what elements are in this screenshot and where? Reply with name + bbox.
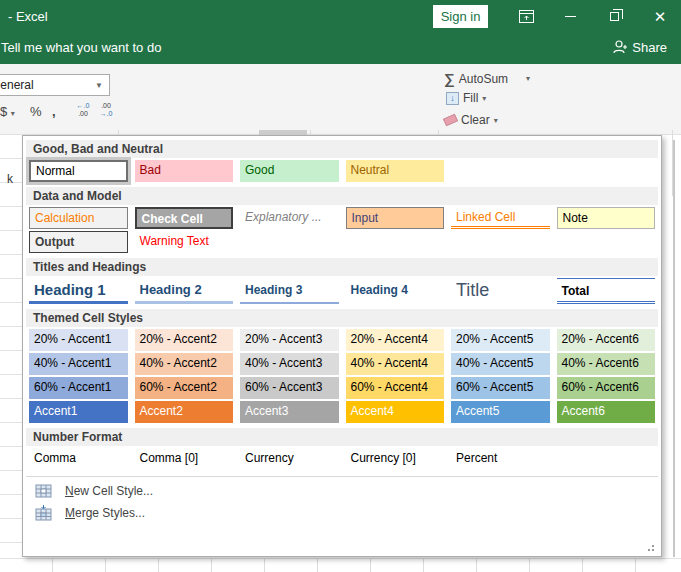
- autosum-button[interactable]: ∑ AutoSum ▾: [444, 70, 530, 87]
- cell-style-check-cell[interactable]: Check Cell: [135, 207, 234, 229]
- worksheet-cell-text: k: [7, 172, 13, 186]
- cell-style-60-accent3[interactable]: 60% - Accent3: [240, 377, 339, 399]
- style-row: OutputWarning Text: [25, 231, 659, 253]
- new-cell-style-icon: [34, 484, 52, 499]
- tell-me-bar: Tell me what you want to do Share: [0, 32, 681, 64]
- resize-grip[interactable]: [652, 549, 654, 551]
- cell-style-40-accent2[interactable]: 40% - Accent2: [135, 353, 234, 375]
- restore-button[interactable]: [596, 0, 632, 32]
- merge-styles-icon: [34, 506, 52, 521]
- cell-style-calculation[interactable]: Calculation: [29, 207, 128, 229]
- menu-section-header-number-format: Number Format: [26, 428, 658, 446]
- style-row: Heading 1Heading 2Heading 3Heading 4Titl…: [25, 278, 659, 304]
- tell-me-prompt[interactable]: Tell me what you want to do: [1, 40, 161, 55]
- cell-style-comma-0[interactable]: Comma [0]: [135, 448, 234, 470]
- cell-style-accent6[interactable]: Accent6: [557, 401, 656, 423]
- chevron-down-icon: ▾: [11, 109, 15, 118]
- cell-style-accent2[interactable]: Accent2: [135, 401, 234, 423]
- cell-style-bad[interactable]: Bad: [135, 160, 234, 182]
- chevron-down-icon: ▼: [95, 81, 103, 90]
- window-title: - Excel: [8, 9, 48, 24]
- cell-style-title[interactable]: Title: [451, 278, 550, 304]
- accounting-format-button[interactable]: $ ▾: [0, 104, 15, 119]
- cell-style-accent1[interactable]: Accent1: [29, 401, 128, 423]
- cell-style-accent5[interactable]: Accent5: [451, 401, 550, 423]
- chevron-down-icon: ▾: [482, 94, 486, 103]
- ribbon-display-options-icon: [519, 10, 534, 23]
- share-button[interactable]: Share: [612, 39, 667, 55]
- menu-item-label: Merge Styles...: [65, 506, 145, 520]
- menu-divider: [26, 476, 658, 477]
- cell-style-heading-2[interactable]: Heading 2: [135, 278, 234, 304]
- cell-style-accent4[interactable]: Accent4: [346, 401, 445, 423]
- cell-style-40-accent1[interactable]: 40% - Accent1: [29, 353, 128, 375]
- style-row: 40% - Accent140% - Accent240% - Accent34…: [25, 353, 659, 375]
- cell-style-60-accent4[interactable]: 60% - Accent4: [346, 377, 445, 399]
- eraser-icon: [443, 114, 458, 127]
- cell-style-currency[interactable]: Currency: [240, 448, 339, 470]
- cell-style-normal[interactable]: Normal: [29, 160, 128, 182]
- decrease-decimal-button[interactable]: .00 →.0: [95, 102, 117, 118]
- cell-style-heading-4[interactable]: Heading 4: [346, 278, 445, 304]
- cell-style-20-accent4[interactable]: 20% - Accent4: [346, 329, 445, 351]
- cell-style-20-accent1[interactable]: 20% - Accent1: [29, 329, 128, 351]
- share-person-icon: [612, 39, 627, 55]
- cell-style-good[interactable]: Good: [240, 160, 339, 182]
- cell-style-heading-3[interactable]: Heading 3: [240, 278, 339, 304]
- cell-style-note[interactable]: Note: [557, 207, 656, 229]
- cell-style-comma[interactable]: Comma: [29, 448, 128, 470]
- cell-style-output[interactable]: Output: [29, 231, 128, 253]
- vertical-scrollbar[interactable]: [673, 140, 675, 557]
- increase-decimal-button[interactable]: ←.0 .00: [72, 102, 94, 118]
- percent-style-button[interactable]: %: [30, 104, 42, 119]
- close-button[interactable]: ✕: [642, 0, 678, 32]
- sigma-icon: ∑: [444, 70, 455, 87]
- fill-down-icon: ↓: [446, 92, 459, 105]
- style-row: NormalBadGoodNeutral: [25, 160, 659, 182]
- cell-style-explanatory[interactable]: Explanatory ...: [240, 207, 339, 229]
- cell-style-warning-text[interactable]: Warning Text: [135, 231, 234, 253]
- style-row: 60% - Accent160% - Accent260% - Accent36…: [25, 377, 659, 399]
- title-bar: - Excel Sign in ✕: [0, 0, 681, 32]
- comma-style-button[interactable]: ,: [52, 104, 56, 119]
- chevron-down-icon: ▾: [494, 116, 498, 125]
- cell-style-currency-0[interactable]: Currency [0]: [346, 448, 445, 470]
- cell-style-neutral[interactable]: Neutral: [346, 160, 445, 182]
- fill-button[interactable]: ↓ Fill ▾: [446, 91, 486, 105]
- cell-style-percent[interactable]: Percent: [451, 448, 550, 470]
- cell-style-60-accent2[interactable]: 60% - Accent2: [135, 377, 234, 399]
- cell-style-40-accent4[interactable]: 40% - Accent4: [346, 353, 445, 375]
- worksheet-bottom-strip: [0, 558, 681, 572]
- style-row: CalculationCheck CellExplanatory ...Inpu…: [25, 207, 659, 229]
- worksheet-left-strip: [0, 135, 22, 572]
- menu-section-header-data-and-model: Data and Model: [26, 187, 658, 205]
- cell-style-40-accent6[interactable]: 40% - Accent6: [557, 353, 656, 375]
- minimize-icon: [565, 16, 576, 17]
- chevron-down-icon: ▾: [526, 74, 530, 83]
- cell-style-20-accent3[interactable]: 20% - Accent3: [240, 329, 339, 351]
- style-row: Accent1Accent2Accent3Accent4Accent5Accen…: [25, 401, 659, 423]
- number-format-select[interactable]: General ▼: [0, 74, 110, 96]
- clear-button[interactable]: Clear ▾: [444, 113, 498, 127]
- cell-style-60-accent5[interactable]: 60% - Accent5: [451, 377, 550, 399]
- cell-style-input[interactable]: Input: [346, 207, 445, 229]
- cell-style-heading-1[interactable]: Heading 1: [29, 278, 128, 304]
- new-cell-style-button[interactable]: New Cell Style...: [25, 480, 659, 502]
- cell-style-60-accent6[interactable]: 60% - Accent6: [557, 377, 656, 399]
- cell-style-20-accent6[interactable]: 20% - Accent6: [557, 329, 656, 351]
- minimize-button[interactable]: [552, 0, 588, 32]
- cell-style-total[interactable]: Total: [557, 278, 656, 304]
- style-row: 20% - Accent120% - Accent220% - Accent32…: [25, 329, 659, 351]
- cell-style-20-accent5[interactable]: 20% - Accent5: [451, 329, 550, 351]
- cell-styles-menu: Good, Bad and NeutralNormalBadGoodNeutra…: [22, 135, 662, 557]
- menu-section-header-good-bad-and-neutral: Good, Bad and Neutral: [26, 140, 658, 158]
- cell-style-accent3[interactable]: Accent3: [240, 401, 339, 423]
- merge-styles-button[interactable]: Merge Styles...: [25, 502, 659, 524]
- cell-style-40-accent3[interactable]: 40% - Accent3: [240, 353, 339, 375]
- cell-style-40-accent5[interactable]: 40% - Accent5: [451, 353, 550, 375]
- cell-style-60-accent1[interactable]: 60% - Accent1: [29, 377, 128, 399]
- cell-style-20-accent2[interactable]: 20% - Accent2: [135, 329, 234, 351]
- ribbon-display-options-button[interactable]: [508, 0, 544, 32]
- cell-style-linked-cell[interactable]: Linked Cell: [451, 207, 550, 229]
- sign-in-button[interactable]: Sign in: [433, 5, 488, 28]
